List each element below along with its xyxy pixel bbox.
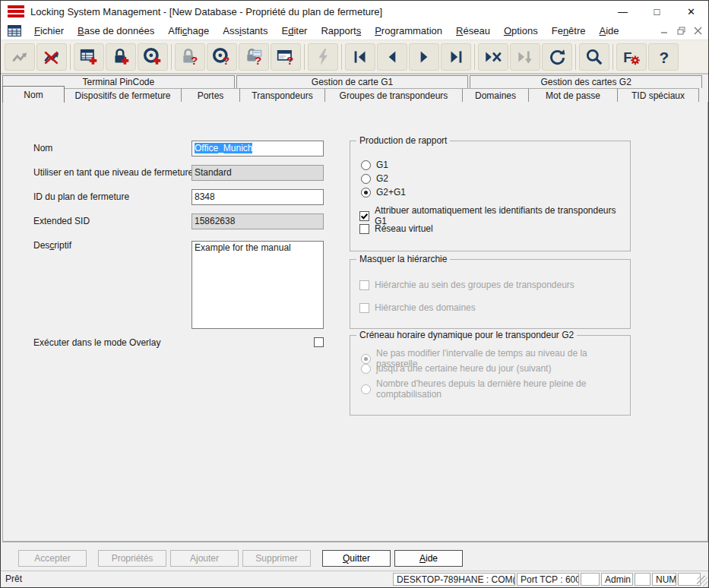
previous-record-button[interactable] [377, 43, 407, 71]
disconnect-button[interactable] [36, 43, 67, 71]
tab-mot-de-passe[interactable]: Mot de passe [529, 88, 618, 103]
radio-hours-since[interactable]: Nombre d'heures depuis la dernière heure… [361, 378, 630, 400]
disconnect-x-icon [42, 47, 62, 67]
checkbox-label: Hiérarchie des domaines [375, 302, 476, 313]
refresh-button[interactable] [542, 43, 572, 71]
overlay-mode-checkbox[interactable] [314, 337, 324, 347]
menu-fichier[interactable]: Fichier [27, 23, 71, 39]
radio-until-hour[interactable]: jusqu'à une certaine heure du jour (suiv… [361, 363, 551, 374]
menu-bar: Fichier Base de données Affichage Assist… [1, 22, 708, 40]
menu-base-de-donnees[interactable]: Base de données [71, 23, 161, 39]
name-input[interactable]: Office_Munich [191, 141, 324, 156]
radio-option-g2-g1[interactable]: G2+G1 [361, 187, 406, 198]
svg-text:?: ? [660, 48, 669, 65]
read-window-button[interactable]: ? [271, 43, 301, 71]
checkbox-label: Hiérarchie au sein des groupes de transp… [375, 280, 574, 290]
status-bar: Prêt DESKTOP-789HANE : COM(*) Port TCP :… [1, 571, 708, 587]
checkbox-virtual-network[interactable]: Réseau virtuel [359, 223, 433, 234]
first-record-button[interactable] [345, 43, 375, 71]
svg-text:?: ? [255, 53, 261, 66]
program-button[interactable] [308, 43, 338, 71]
minimize-button[interactable]: — [606, 1, 640, 22]
remove-button[interactable]: Supprimer [242, 550, 311, 567]
toolbar-separator [612, 44, 613, 70]
mdi-close-button[interactable] [691, 24, 705, 37]
status-empty-2 [635, 573, 650, 586]
toolbar-separator [70, 44, 71, 70]
help-button[interactable]: ? [648, 43, 679, 71]
menu-reseau[interactable]: Réseau [449, 23, 497, 39]
menu-fenetre[interactable]: Fenêtre [545, 23, 593, 39]
maximize-button[interactable]: □ [640, 1, 674, 22]
filter-settings-button[interactable]: F [616, 43, 647, 71]
tab-tid-speciaux[interactable]: TID spéciaux [618, 88, 699, 103]
tab-domaines[interactable]: Domaines [463, 88, 529, 103]
new-lock-button[interactable] [106, 43, 136, 71]
plan-id-input[interactable]: 8348 [191, 189, 324, 205]
tab-groupes-de-transpondeurs[interactable]: Groupes de transpondeurs [325, 88, 463, 103]
window-question-icon: ? [276, 47, 296, 67]
description-textarea[interactable]: Example for the manual [191, 241, 324, 329]
toolbar-separator [304, 44, 305, 70]
tab-nom[interactable]: Nom [2, 86, 65, 103]
connect-button[interactable] [5, 43, 35, 71]
menu-aide[interactable]: Aide [593, 23, 626, 39]
app-logo-icon [8, 5, 24, 17]
plan-id-label: ID du plan de fermeture [33, 191, 129, 202]
status-user: Admin [601, 573, 633, 586]
radio-label: Nombre d'heures depuis la dernière heure… [376, 378, 630, 400]
last-record-button[interactable] [441, 43, 471, 71]
quit-button[interactable]: Quitter [322, 550, 391, 567]
timeslot-groupbox: Créneau horaire dynamique pour le transp… [350, 335, 631, 416]
overlay-mode-label: Exécuter dans le mode Overlay [33, 337, 160, 348]
add-button[interactable]: Ajouter [170, 550, 239, 567]
tab-strip: Terminal PinCode Gestion de carte G1 Ges… [1, 74, 708, 102]
next-record-icon [414, 47, 434, 67]
goto-record-button[interactable] [510, 43, 540, 71]
tab-gestion-cartes-g2[interactable]: Gestion des cartes G2 [470, 75, 702, 88]
lock-plus-icon [111, 47, 131, 67]
cancel-record-button[interactable] [478, 43, 508, 71]
checkbox-icon [359, 280, 369, 290]
menu-rapports[interactable]: Rapports [314, 23, 368, 39]
document-icon [8, 25, 21, 36]
resize-grip[interactable] [697, 576, 707, 586]
read-transponder-button[interactable]: ? [207, 43, 237, 71]
zigzag-arrow-icon [10, 47, 30, 67]
window-controls: — □ ✕ [606, 1, 708, 22]
prev-record-icon [382, 47, 402, 67]
tab-gestion-carte-g1[interactable]: Gestion de carte G1 [236, 75, 469, 88]
read-lock-button[interactable]: ? [175, 43, 205, 71]
menu-programmation[interactable]: Programmation [368, 23, 449, 39]
checkbox-hierarchy-domains[interactable]: Hiérarchie des domaines [359, 302, 476, 313]
first-record-icon [350, 47, 370, 67]
search-button[interactable] [579, 43, 609, 71]
new-locking-plan-button[interactable] [74, 43, 104, 71]
menu-assistants[interactable]: Assistants [216, 23, 274, 39]
radio-icon [361, 188, 371, 198]
tab-dispositifs-de-fermeture[interactable]: Dispositifs de fermeture [65, 88, 182, 103]
radio-label: G1 [376, 160, 388, 170]
checkbox-hierarchy-groups[interactable]: Hiérarchie au sein des groupes de transp… [359, 280, 574, 290]
mdi-restore-button[interactable] [674, 24, 688, 37]
extended-sid-label: Extended SID [33, 216, 90, 226]
close-button[interactable]: ✕ [674, 1, 708, 22]
next-record-button[interactable] [409, 43, 439, 71]
properties-button[interactable]: Propriétés [98, 550, 166, 567]
new-transponder-button[interactable] [138, 43, 168, 71]
tab-transpondeurs[interactable]: Transpondeurs [240, 88, 325, 103]
transponder-question-icon: ? [212, 47, 232, 67]
menu-options[interactable]: Options [497, 23, 545, 39]
radio-option-g2[interactable]: G2 [361, 173, 388, 184]
svg-text:?: ? [191, 53, 198, 66]
status-num-lock: NUM [652, 573, 676, 586]
menu-editer[interactable]: Editer [274, 23, 314, 39]
help-dialog-button[interactable]: Aide [394, 550, 463, 567]
menu-affichage[interactable]: Affichage [161, 23, 216, 39]
radio-option-g1[interactable]: G1 [361, 160, 388, 170]
tab-portes[interactable]: Portes [182, 88, 240, 103]
read-card-button[interactable]: ? [239, 43, 269, 71]
filter-gear-icon: F [622, 47, 641, 67]
mdi-minimize-button[interactable] [657, 24, 672, 37]
accept-button[interactable]: Accepter [18, 550, 87, 567]
